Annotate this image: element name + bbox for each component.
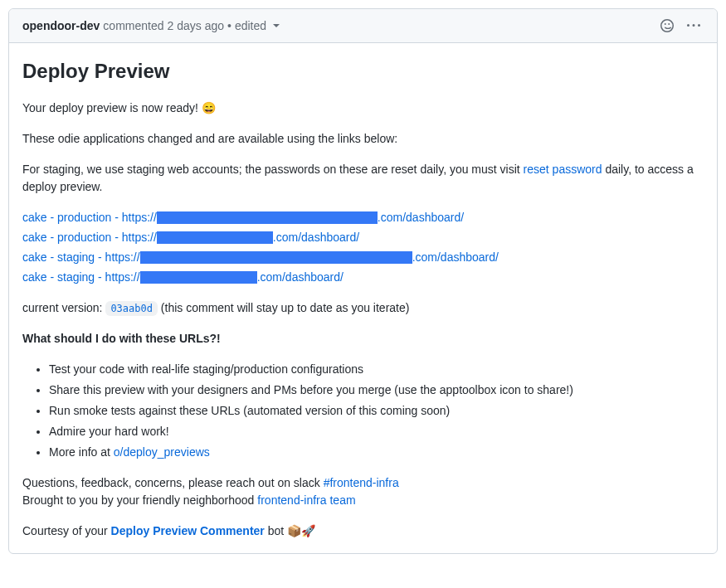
edited-label: edited [235,19,266,32]
link-suffix: .com/dashboard/ [412,250,499,264]
comment-container: opendoor-dev commented 2 days ago • edit… [8,8,718,554]
comment-header: opendoor-dev commented 2 days ago • edit… [9,9,717,43]
deploy-link[interactable]: cake - staging - https://.com/dashboard/ [22,270,344,284]
deploy-preview-title: Deploy Preview [22,56,704,86]
more-info-prefix: More info at [49,445,114,459]
link-suffix: .com/dashboard/ [257,270,344,284]
brought-prefix: Brought to you by your friendly neighbor… [22,493,257,507]
commenter-link[interactable]: Deploy Preview Commenter [111,524,265,537]
comment-header-left: opendoor-dev commented 2 days ago • edit… [22,19,281,32]
team-link[interactable]: frontend-infra team [257,493,355,507]
version-note: (this comment will stay up to date as yo… [158,301,409,314]
smiley-icon [660,19,674,32]
reset-password-link[interactable]: reset password [524,163,602,176]
tip-item: Run smoke tests against these URLs (auto… [49,402,704,420]
redacted-segment [140,251,412,264]
courtesy-line: Courtesy of your Deploy Preview Commente… [22,522,704,540]
version-line: current version: 03aab0d (this comment w… [22,299,704,317]
tip-item: Test your code with real-life staging/pr… [49,361,704,378]
tip-item: More info at o/deploy_previews [49,444,704,461]
deploy-link[interactable]: cake - staging - https://.com/dashboard/ [22,250,499,264]
tips-list: Test your code with real-life staging/pr… [22,361,704,461]
more-info-link[interactable]: o/deploy_previews [114,445,210,459]
comment-author[interactable]: opendoor-dev [22,19,100,32]
deploy-link[interactable]: cake - production - https://.com/dashboa… [22,231,359,244]
redacted-segment [157,231,273,244]
edited-dropdown[interactable] [270,24,281,27]
deploy-link-line: cake - production - https://.com/dashboa… [22,229,704,246]
slack-channel-link[interactable]: #frontend-infra [324,476,399,489]
comment-timestamp[interactable]: 2 days ago [168,19,225,32]
reaction-button[interactable] [657,16,677,36]
deploy-links-block: cake - production - https://.com/dashboa… [22,209,704,286]
link-suffix: .com/dashboard/ [378,211,464,224]
staging-note: For staging, we use staging web accounts… [22,161,704,196]
tip-item: Share this preview with your designers a… [49,381,704,399]
link-prefix: cake - production - https:// [22,231,157,244]
changed-text: These odie applications changed and are … [22,130,704,148]
staging-prefix: For staging, we use staging web accounts… [22,163,524,176]
caret-down-icon [273,24,280,27]
footer-contact: Questions, feedback, concerns, please re… [22,474,704,509]
link-prefix: cake - staging - https:// [22,250,140,264]
link-suffix: .com/dashboard/ [273,231,359,244]
deploy-link-line: cake - staging - https://.com/dashboard/ [22,269,704,286]
ready-text: Your deploy preview is now ready! 😄 [22,100,704,117]
separator: • [227,19,231,32]
kebab-menu-button[interactable] [684,16,704,36]
deploy-link[interactable]: cake - production - https://.com/dashboa… [22,211,464,224]
comment-header-actions [657,16,704,36]
link-prefix: cake - staging - https:// [22,270,140,284]
commented-label: commented [103,19,163,32]
tip-item: Admire your hard work! [49,423,704,440]
kebab-icon [687,19,700,32]
courtesy-prefix: Courtesy of your [22,524,111,537]
questions-prefix: Questions, feedback, concerns, please re… [22,476,324,489]
comment-body: Deploy Preview Your deploy preview is no… [9,43,717,553]
urls-heading: What should I do with these URLs?! [22,330,704,347]
redacted-segment [140,271,257,284]
courtesy-suffix: bot 📦🚀 [265,524,315,537]
link-prefix: cake - production - https:// [22,211,157,224]
deploy-link-line: cake - staging - https://.com/dashboard/ [22,249,704,266]
version-code: 03aab0d [105,301,158,316]
urls-heading-text: What should I do with these URLs?! [22,332,221,345]
version-label: current version: [22,301,105,314]
deploy-link-line: cake - production - https://.com/dashboa… [22,209,704,226]
redacted-segment [157,211,378,224]
